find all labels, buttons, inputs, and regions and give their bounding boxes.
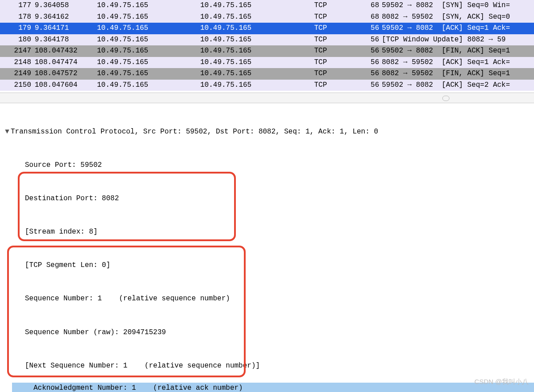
packet-row[interactable]: 2148108.04747410.49.75.16510.49.75.165TC… <box>0 57 534 69</box>
packet-no: 2150 <box>0 80 35 91</box>
watermark: CSDN @我叫小八 <box>474 376 529 387</box>
next-sequence-number[interactable]: [Next Sequence Number: 1 (relative seque… <box>4 360 534 372</box>
packet-source: 10.49.75.165 <box>97 68 200 79</box>
packet-time: 9.364178 <box>35 34 97 45</box>
packet-destination: 10.49.75.165 <box>200 0 314 11</box>
packet-time: 108.047572 <box>35 68 97 79</box>
packet-row[interactable]: 2149108.04757210.49.75.16510.49.75.165TC… <box>0 68 534 80</box>
packet-protocol: TCP <box>314 34 369 45</box>
packet-no: 180 <box>0 34 35 45</box>
packet-no: 178 <box>0 12 35 23</box>
packet-protocol: TCP <box>314 45 369 57</box>
packet-length: 56 <box>369 68 382 79</box>
packet-destination: 10.49.75.165 <box>200 23 314 34</box>
packet-info: 8082 → 59502 [FIN, ACK] Seq=1 <box>382 68 534 79</box>
packet-destination: 10.49.75.165 <box>200 45 314 57</box>
packet-source: 10.49.75.165 <box>97 12 200 23</box>
packet-source: 10.49.75.165 <box>97 23 200 34</box>
packet-destination: 10.49.75.165 <box>200 68 314 79</box>
packet-source: 10.49.75.165 <box>97 34 200 45</box>
packet-time: 108.047474 <box>35 57 97 68</box>
packet-no: 2147 <box>0 45 35 57</box>
packet-row[interactable]: 1799.36417110.49.75.16510.49.75.165TCP56… <box>0 23 534 34</box>
packet-length: 68 <box>369 0 382 11</box>
destination-port[interactable]: Destination Port: 8082 <box>4 193 534 205</box>
expand-icon[interactable]: ▼ <box>4 126 11 137</box>
sequence-number-raw[interactable]: Sequence Number (raw): 2094715239 <box>4 327 534 338</box>
packet-length: 56 <box>369 80 382 91</box>
packet-row[interactable]: 2147108.04743210.49.75.16510.49.75.165TC… <box>0 45 534 57</box>
packet-protocol: TCP <box>314 23 369 34</box>
packet-length: 68 <box>369 12 382 23</box>
pane-divider[interactable] <box>0 93 534 103</box>
stream-index[interactable]: [Stream index: 8] <box>4 226 534 238</box>
tcp-segment-len[interactable]: [TCP Segment Len: 0] <box>4 260 534 271</box>
packet-time: 9.364171 <box>35 23 97 34</box>
packet-destination: 10.49.75.165 <box>200 57 314 68</box>
packet-destination: 10.49.75.165 <box>200 34 314 45</box>
packet-length: 56 <box>369 23 382 34</box>
packet-protocol: TCP <box>314 68 369 79</box>
packet-protocol: TCP <box>314 12 369 23</box>
packet-row[interactable]: 1779.36405810.49.75.16510.49.75.165TCP68… <box>0 0 534 12</box>
sequence-number[interactable]: Sequence Number: 1 (relative sequence nu… <box>4 293 534 305</box>
packet-time: 9.364058 <box>35 0 97 11</box>
packet-row[interactable]: 2150108.04760410.49.75.16510.49.75.165TC… <box>0 80 534 91</box>
packet-source: 10.49.75.165 <box>97 57 200 68</box>
packet-info: 59502 → 8082 [ACK] Seq=1 Ack= <box>382 23 534 34</box>
ack-number[interactable]: Acknowledgment Number: 1 (relative ack n… <box>12 383 534 392</box>
tcp-header-row[interactable]: ▼ Transmission Control Protocol, Src Por… <box>4 126 534 138</box>
packet-info: 59502 → 8082 [SYN] Seq=0 Win= <box>382 0 534 11</box>
packet-row[interactable]: 1809.36417810.49.75.16510.49.75.165TCP56… <box>0 34 534 46</box>
packet-time: 9.364162 <box>35 12 97 23</box>
packet-length: 56 <box>369 57 382 68</box>
packet-source: 10.49.75.165 <box>97 0 200 11</box>
source-port[interactable]: Source Port: 59502 <box>4 160 534 171</box>
packet-length: 56 <box>369 45 382 57</box>
packet-no: 2149 <box>0 68 35 79</box>
packet-info: [TCP Window Update] 8082 → 59 <box>382 34 534 45</box>
packet-time: 108.047432 <box>35 45 97 57</box>
packet-source: 10.49.75.165 <box>97 45 200 57</box>
packet-info: 8082 → 59502 [ACK] Seq=1 Ack= <box>382 57 534 68</box>
packet-no: 2148 <box>0 57 35 68</box>
tcp-header-text: Transmission Control Protocol, Src Port:… <box>11 126 378 137</box>
packet-destination: 10.49.75.165 <box>200 12 314 23</box>
packet-no: 177 <box>0 0 35 11</box>
packet-no: 179 <box>0 23 35 34</box>
packet-protocol: TCP <box>314 57 369 68</box>
packet-protocol: TCP <box>314 80 369 91</box>
packet-info: 8082 → 59502 [SYN, ACK] Seq=0 <box>382 12 534 23</box>
packet-destination: 10.49.75.165 <box>200 80 314 91</box>
packet-info: 59502 → 8082 [ACK] Seq=2 Ack= <box>382 80 534 91</box>
packet-details[interactable]: ▼ Transmission Control Protocol, Src Por… <box>0 103 534 392</box>
packet-list[interactable]: 1779.36405810.49.75.16510.49.75.165TCP68… <box>0 0 534 91</box>
packet-time: 108.047604 <box>35 80 97 91</box>
packet-source: 10.49.75.165 <box>97 80 200 91</box>
packet-info: 59502 → 8082 [FIN, ACK] Seq=1 <box>382 45 534 57</box>
packet-protocol: TCP <box>314 0 369 11</box>
packet-row[interactable]: 1789.36416210.49.75.16510.49.75.165TCP68… <box>0 12 534 23</box>
packet-length: 56 <box>369 34 382 45</box>
